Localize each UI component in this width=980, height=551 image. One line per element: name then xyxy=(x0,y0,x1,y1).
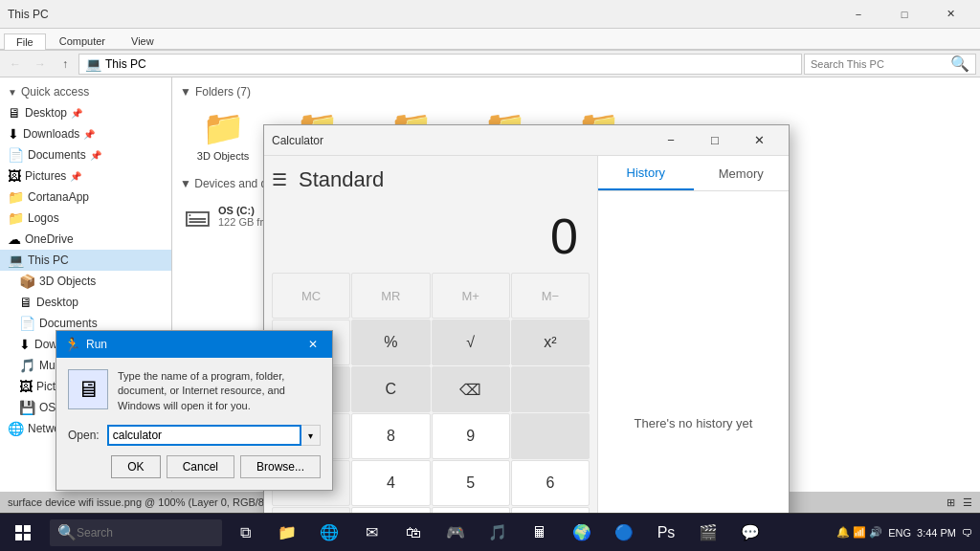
sidebar-item-pictures[interactable]: 🖼 Pictures 📌 xyxy=(0,165,171,187)
taskbar-ps-button[interactable]: Ps xyxy=(647,514,685,552)
run-input[interactable] xyxy=(107,425,301,446)
taskbar-store-button[interactable]: 🛍 xyxy=(394,514,433,552)
forward-button[interactable]: → xyxy=(29,54,52,75)
run-open-label: Open: xyxy=(68,429,100,442)
svg-rect-3 xyxy=(24,534,31,540)
sidebar-item-documents[interactable]: 📄 Documents 📌 xyxy=(0,144,171,165)
clear-button[interactable]: C xyxy=(351,366,430,412)
back-button[interactable]: ← xyxy=(4,54,27,75)
sidebar-item-thispc[interactable]: 💻 This PC xyxy=(0,250,171,271)
taskbar-search-icon: 🔍 xyxy=(57,523,77,541)
music-icon: 🎵 xyxy=(19,358,35,373)
button-5[interactable]: 5 xyxy=(432,460,510,506)
tab-view[interactable]: View xyxy=(119,33,167,49)
sidebar-item-cortana[interactable]: 📁 CortanaApp xyxy=(0,187,171,208)
calc-close-button[interactable]: ✕ xyxy=(737,125,781,156)
drive-icon: 💾 xyxy=(19,400,35,415)
run-open-field: Open: ▾ xyxy=(68,425,321,446)
hamburger-menu-icon[interactable]: ☰ xyxy=(272,169,287,190)
run-browse-button[interactable]: Browse... xyxy=(240,455,321,478)
folder-3d-icon: 📁 xyxy=(202,108,245,148)
taskbar-taskview-button[interactable]: ⧉ xyxy=(226,514,264,552)
sqrt-button[interactable]: √ xyxy=(432,320,510,365)
run-app-icon: 🖥 xyxy=(68,369,108,409)
calc-maximize-button[interactable]: □ xyxy=(693,125,737,156)
taskbar-app11-button[interactable]: 💬 xyxy=(731,514,769,552)
button-4[interactable]: 4 xyxy=(351,460,430,506)
desktop-icon-2: 🖥 xyxy=(19,295,33,310)
taskbar-calc-button[interactable]: 🖩 xyxy=(521,514,559,552)
taskbar-app5-button[interactable]: 🎮 xyxy=(436,514,475,552)
button-8[interactable]: 8 xyxy=(351,413,430,459)
run-dropdown-button[interactable]: ▾ xyxy=(301,425,321,446)
sidebar-item-desktop[interactable]: 🖥 Desktop 📌 xyxy=(0,102,171,123)
taskbar-search-input[interactable] xyxy=(77,526,214,540)
sidebar-item-onedrive[interactable]: ☁ OneDrive xyxy=(0,229,171,250)
taskbar-clock[interactable]: 3:44 PM xyxy=(917,527,956,539)
memory-tab[interactable]: Memory xyxy=(694,156,790,190)
run-ok-button[interactable]: OK xyxy=(111,455,160,478)
run-title: Run xyxy=(86,338,301,351)
taskbar-chrome-button[interactable]: 🌍 xyxy=(563,514,601,552)
explorer-close-button[interactable]: ✕ xyxy=(928,0,972,29)
run-cancel-button[interactable]: Cancel xyxy=(167,455,234,478)
explorer-minimize-button[interactable]: − xyxy=(836,0,880,29)
svg-rect-2 xyxy=(15,534,22,540)
percent-button[interactable]: % xyxy=(351,320,430,365)
explorer-maximize-button[interactable]: □ xyxy=(882,0,926,29)
folders-count: Folders (7) xyxy=(195,85,251,99)
up-button[interactable]: ↑ xyxy=(54,54,77,75)
calc-history-tabs: History Memory xyxy=(598,156,789,191)
run-close-button[interactable]: ✕ xyxy=(301,333,324,356)
button-6[interactable]: 6 xyxy=(511,460,590,506)
taskbar-icons: ⧉ 📁 🌐 ✉ 🛍 🎮 🎵 🖩 🌍 🔵 Ps 🎬 💬 xyxy=(226,514,769,552)
mplus-button[interactable]: M+ xyxy=(432,273,510,319)
explorer-title-controls: − □ ✕ xyxy=(836,0,972,29)
sidebar-item-3dobjects[interactable]: 📦 3D Objects xyxy=(0,271,171,292)
sidebar-item-logos[interactable]: 📁 Logos xyxy=(0,208,171,229)
taskbar-explorer-button[interactable]: 📁 xyxy=(268,514,306,552)
taskbar-app10-button[interactable]: 🎬 xyxy=(689,514,727,552)
taskbar-right: 🔔 📶 🔊 ENG 3:44 PM 🗨 xyxy=(836,526,980,539)
taskbar-mail-button[interactable]: ✉ xyxy=(352,514,390,552)
history-content: There's no history yet xyxy=(598,191,789,551)
desktop-icon: 🖥 xyxy=(8,105,21,121)
calc-mode: Standard xyxy=(299,167,384,192)
notification-area[interactable]: 🗨 xyxy=(962,527,972,539)
svg-rect-1 xyxy=(24,525,31,532)
tab-computer[interactable]: Computer xyxy=(47,33,118,49)
dl-icon: ⬇ xyxy=(19,337,31,352)
backspace-button[interactable]: ⌫ xyxy=(432,366,510,412)
grid-icon: ⊞ xyxy=(947,496,955,509)
history-tab[interactable]: History xyxy=(598,156,694,190)
network-icon: 🌐 xyxy=(8,421,24,436)
taskbar-app6-button[interactable]: 🎵 xyxy=(479,514,517,552)
tab-file[interactable]: File xyxy=(4,33,46,50)
button-9[interactable]: 9 xyxy=(432,413,510,459)
sidebar-quick-access[interactable]: ▼ Quick access xyxy=(0,81,171,102)
folder-3dobjects-label: 3D Objects xyxy=(197,150,249,162)
sidebar-item-desktop2[interactable]: 🖥 Desktop xyxy=(0,292,171,313)
address-bar[interactable]: 💻 This PC xyxy=(78,54,802,75)
language-indicator[interactable]: ENG xyxy=(888,527,911,539)
calc-history-panel: History Memory There's no history yet xyxy=(597,156,789,551)
sidebar-item-downloads[interactable]: ⬇ Downloads 📌 xyxy=(0,123,171,144)
calc-header: ☰ Standard xyxy=(272,164,590,200)
pin-icon-4: 📌 xyxy=(70,171,81,182)
folder-3dobjects[interactable]: 📁 3D Objects xyxy=(180,104,266,165)
start-button[interactable] xyxy=(0,514,46,552)
taskbar-ie-button[interactable]: 🔵 xyxy=(605,514,643,552)
chevron-folders-icon: ▼ xyxy=(180,85,191,99)
calc-title-bar: Calculator − □ ✕ xyxy=(264,125,789,156)
taskbar-edge-button[interactable]: 🌐 xyxy=(310,514,348,552)
run-input-wrap: ▾ xyxy=(107,425,321,446)
mminus-button[interactable]: M− xyxy=(511,273,590,319)
mr-button[interactable]: MR xyxy=(351,273,430,319)
search-input[interactable] xyxy=(811,58,947,70)
taskbar-search[interactable]: 🔍 xyxy=(50,519,222,546)
calc-minimize-button[interactable]: − xyxy=(649,125,693,156)
square-button[interactable]: x² xyxy=(511,320,590,365)
cloud-icon: ☁ xyxy=(8,231,21,247)
downloads-icon: ⬇ xyxy=(8,126,19,142)
mc-button[interactable]: MC xyxy=(272,273,350,319)
